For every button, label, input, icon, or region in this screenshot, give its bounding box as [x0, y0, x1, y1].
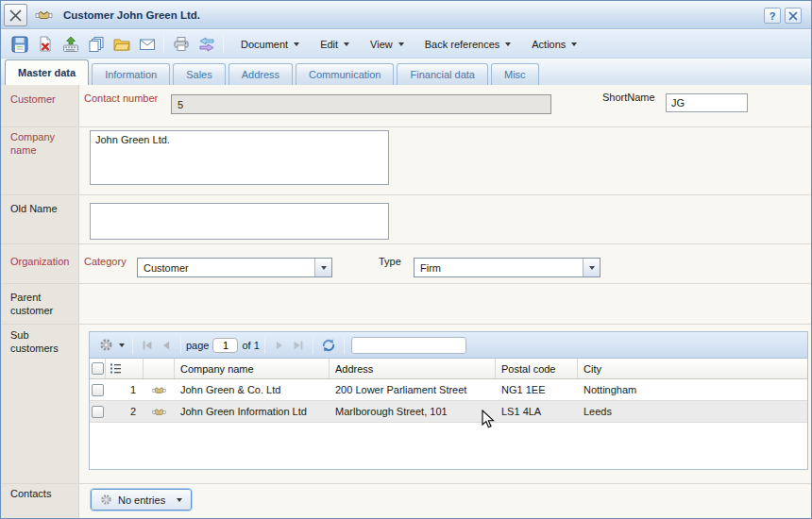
chevron-down-icon [571, 42, 577, 46]
grid-search-input[interactable] [352, 339, 490, 352]
next-page-button[interactable] [270, 335, 289, 356]
contact-number-field[interactable] [171, 94, 551, 114]
tab-information[interactable]: Information [92, 63, 170, 85]
menu-actions[interactable]: Actions [524, 35, 584, 54]
import-button[interactable] [58, 33, 83, 56]
copy-button[interactable] [83, 33, 109, 56]
type-select[interactable]: Firm [414, 258, 601, 277]
column-header-postal-code[interactable]: Postal code [496, 359, 578, 378]
tab-misc[interactable]: Misc [491, 63, 539, 85]
main-toolbar: Document Edit View Back references Actio… [1, 30, 811, 59]
row-number: 1 [106, 379, 144, 400]
cell-city[interactable]: Leeds [578, 401, 807, 422]
chevron-down-icon [314, 259, 331, 276]
customer-handshake-icon [144, 401, 175, 422]
previous-page-button[interactable] [157, 335, 176, 356]
section-label-sub-customers: Sub customers [10, 328, 75, 355]
tab-master-data[interactable]: Master data [5, 59, 89, 85]
delete-button[interactable] [32, 33, 58, 56]
cell-address[interactable]: 200 Lower Parliament Street [330, 379, 496, 400]
contacts-no-entries-button[interactable]: No entries [91, 489, 192, 511]
keyboard-import-icon [62, 36, 79, 53]
close-icon [788, 11, 798, 21]
refresh-button[interactable] [318, 335, 339, 356]
refresh-icon [321, 338, 336, 353]
icon-column-header[interactable] [144, 359, 175, 378]
print-icon [173, 36, 190, 52]
menu-edit[interactable]: Edit [313, 35, 357, 54]
cell-company-name[interactable]: John Green Information Ltd [175, 401, 330, 422]
open-folder-icon [113, 37, 130, 52]
master-data-panel: Customer Company name Old Name Organizat… [1, 85, 811, 518]
open-folder-button[interactable] [109, 33, 134, 56]
menu-view[interactable]: View [363, 35, 412, 54]
cell-address[interactable]: Marlborough Street, 101 [330, 401, 496, 422]
page-number-input[interactable] [212, 338, 238, 353]
print-button[interactable] [168, 33, 194, 56]
column-header-company-name[interactable]: Company name [175, 359, 330, 378]
menu-document[interactable]: Document [233, 35, 307, 54]
tab-communication[interactable]: Communication [296, 63, 394, 85]
section-label-customer: Customer [10, 92, 75, 106]
cell-postal-code[interactable]: NG1 1EE [496, 379, 578, 400]
first-page-button[interactable] [138, 335, 157, 356]
customer-handshake-icon [144, 379, 175, 400]
copy-icon [88, 36, 105, 53]
title-bar: Customer John Green Ltd. ? [1, 1, 811, 29]
category-select[interactable]: Customer [137, 258, 332, 277]
section-label-contacts: Contacts [10, 487, 75, 500]
last-page-icon [292, 339, 305, 352]
page-label: page [186, 340, 209, 351]
help-button[interactable]: ? [764, 8, 781, 24]
tab-financial-data[interactable]: Financial data [397, 63, 488, 85]
grid-header: Company name Address Postal code City [90, 359, 807, 379]
chevron-down-icon [294, 42, 299, 46]
numbered-list-icon [110, 362, 122, 375]
column-header-city[interactable]: City [578, 359, 807, 378]
grid-search-box [351, 337, 466, 354]
first-page-icon [141, 339, 154, 352]
window-close-button[interactable] [4, 4, 27, 26]
cell-postal-code[interactable]: LS1 4LA [496, 401, 578, 422]
tab-sales[interactable]: Sales [173, 63, 226, 85]
grid-settings-button[interactable] [96, 335, 127, 356]
mail-button[interactable] [134, 33, 160, 56]
cell-company-name[interactable]: John Green & Co. Ltd [175, 379, 330, 400]
menu-back-references[interactable]: Back references [417, 35, 518, 54]
dialog-close-button[interactable] [785, 8, 802, 24]
tab-address[interactable]: Address [228, 63, 293, 85]
chevron-down-icon [398, 42, 404, 46]
select-all-checkbox[interactable] [90, 359, 106, 378]
category-label: Category [84, 256, 127, 267]
window-title: Customer John Green Ltd. [63, 9, 200, 21]
toolbar-separator [163, 35, 164, 53]
old-name-field[interactable] [90, 203, 389, 240]
row-checkbox[interactable] [92, 406, 104, 418]
chevron-down-icon [119, 343, 125, 347]
delete-document-icon [37, 36, 54, 53]
gear-icon [100, 494, 112, 506]
customer-handshake-icon [35, 8, 53, 24]
row-number: 2 [106, 401, 144, 422]
page-of-label: of 1 [242, 340, 259, 351]
contacts-button-label: No entries [118, 494, 165, 506]
table-row[interactable]: 2 John Green Information Ltd Marlborough… [90, 401, 807, 423]
previous-page-icon [160, 339, 173, 352]
type-label: Type [379, 256, 401, 267]
section-label-company-name: Company name [10, 130, 75, 157]
save-icon [11, 36, 28, 53]
company-name-field[interactable]: John Green Ltd. [90, 130, 389, 185]
transfer-button[interactable] [194, 33, 219, 56]
column-header-address[interactable]: Address [330, 359, 496, 378]
chevron-down-icon [583, 259, 600, 276]
last-page-button[interactable] [289, 335, 308, 356]
table-row[interactable]: 1 John Green & Co. Ltd 200 Lower Parliam… [90, 379, 807, 401]
row-number-column-header[interactable] [106, 359, 144, 378]
chevron-down-icon [505, 42, 511, 46]
sub-customers-grid: page of 1 [89, 331, 808, 470]
section-label-parent-customer: Parent customer [10, 291, 75, 317]
save-button[interactable] [7, 33, 32, 56]
short-name-field[interactable] [666, 93, 748, 112]
row-checkbox[interactable] [92, 384, 104, 396]
cell-city[interactable]: Nottingham [578, 379, 807, 400]
